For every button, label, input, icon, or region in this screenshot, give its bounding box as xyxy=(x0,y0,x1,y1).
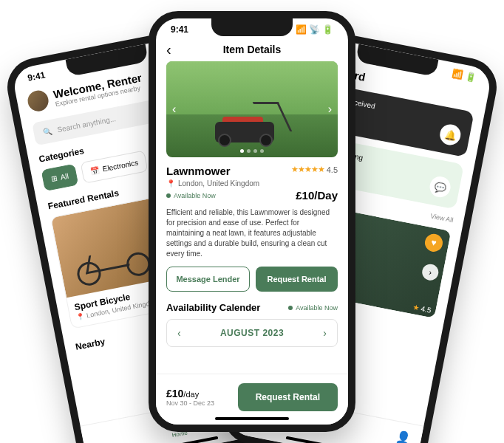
user-icon: 👤 xyxy=(395,429,412,443)
star-icon: ★ xyxy=(412,303,420,312)
chevron-right-icon: › xyxy=(428,267,432,276)
request-rental-button[interactable]: Request Rental xyxy=(256,267,338,292)
search-placeholder: Search anything... xyxy=(56,114,116,134)
message-lender-button[interactable]: Message Lender xyxy=(166,267,250,292)
calendar-month-picker: ‹ AUGUST 2023 › xyxy=(166,319,338,347)
page-title: Item Details xyxy=(223,44,282,55)
item-description: Efficient and reliable, this Lawnmower i… xyxy=(166,207,338,259)
heart-icon: ♥ xyxy=(430,237,437,248)
status-time: 9:41 xyxy=(171,24,188,35)
status-time: 9:41 xyxy=(27,69,46,83)
back-button[interactable]: ‹ xyxy=(166,41,171,58)
status-icons: 📶🔋 xyxy=(452,69,477,83)
item-details-screen-phone: 9:41 📶📡🔋 ‹ Item Details ‹ xyxy=(149,11,355,432)
item-name: Lawnmower xyxy=(166,165,231,177)
listing-rating: ★ 4.5 xyxy=(412,303,432,315)
calendar-prev-button[interactable]: ‹ xyxy=(177,327,181,339)
availability-badge-2: Available Now xyxy=(288,304,338,312)
carousel-dots xyxy=(240,149,264,153)
bottom-date-range: Nov 30 - Dec 23 xyxy=(166,399,214,407)
status-icons: 📶📡🔋 xyxy=(296,24,333,35)
bottom-request-button[interactable]: Request Rental xyxy=(238,383,338,411)
item-rating: ★★★★★ 4.5 xyxy=(291,165,338,174)
nav-account[interactable]: 👤 Account xyxy=(389,428,415,443)
user-avatar[interactable] xyxy=(26,89,50,113)
pin-icon: 📍 xyxy=(76,312,86,321)
item-location: 📍 London, United Kingdom xyxy=(166,179,338,188)
listing-next-button[interactable]: › xyxy=(420,263,440,282)
availability-calendar-label: Availability Calender xyxy=(166,302,260,313)
availability-badge: Available Now xyxy=(166,192,216,199)
calendar-month-label: AUGUST 2023 xyxy=(220,328,284,338)
category-all[interactable]: ⊞ All xyxy=(41,164,79,191)
calendar-icon: 📅 xyxy=(89,166,100,176)
item-image-carousel[interactable]: ‹ › xyxy=(166,61,338,157)
status-dot-icon xyxy=(166,193,171,198)
page-header: ‹ Item Details xyxy=(166,38,338,61)
category-electronics[interactable]: 📅 Electronics xyxy=(81,150,149,183)
chevron-left-icon: ‹ xyxy=(166,41,171,58)
home-indicator xyxy=(215,417,289,420)
favorite-button[interactable]: ♥ xyxy=(423,233,444,253)
pin-icon: 📍 xyxy=(166,179,175,188)
star-icons: ★★★★★ xyxy=(291,165,324,174)
grid-icon: ⊞ xyxy=(50,174,58,183)
item-price: £10/Day xyxy=(296,189,338,202)
carousel-prev-button[interactable]: ‹ xyxy=(172,103,176,116)
notch xyxy=(211,18,293,36)
status-dot-icon xyxy=(288,306,293,310)
search-icon: 🔍 xyxy=(42,127,52,137)
bottom-price: £10/day xyxy=(166,388,214,399)
calendar-next-button[interactable]: › xyxy=(323,327,327,339)
carousel-next-button[interactable]: › xyxy=(328,103,332,116)
